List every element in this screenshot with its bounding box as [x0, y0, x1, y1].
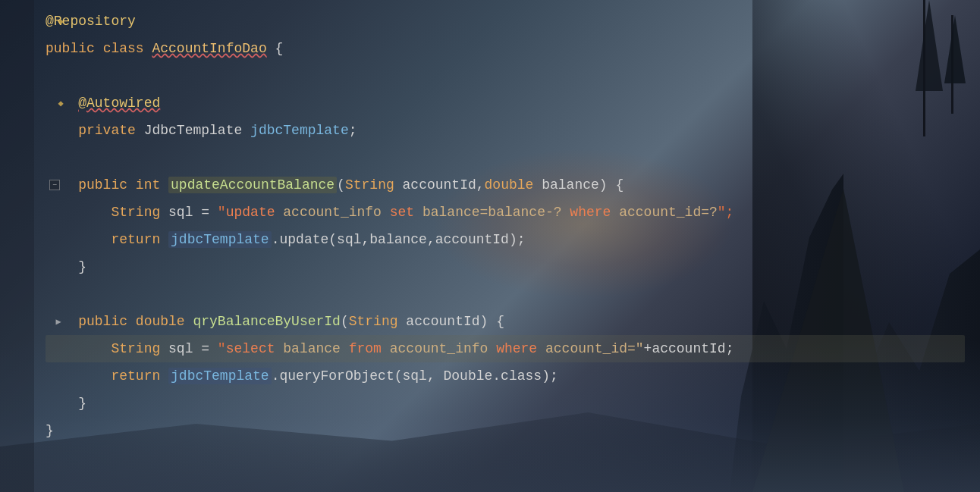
code-token: sql = — [160, 341, 218, 356]
code-editor: ◆@Repositorypublic class AccountInfoDao … — [0, 0, 980, 492]
gutter-annotation-icon: ◆ — [55, 15, 67, 27]
code-token — [127, 314, 136, 329]
code-token: set — [390, 205, 414, 220]
code-token — [160, 368, 168, 384]
code-token: double — [485, 177, 534, 193]
code-token — [160, 232, 168, 247]
code-token: return — [111, 368, 160, 384]
code-content: ◆@Repositorypublic class AccountInfoDao … — [0, 8, 980, 444]
code-line-7: − public int updateAccountBalance(String… — [46, 171, 965, 199]
code-line-9: return jdbcTemplate.update(sql,balance,a… — [46, 226, 965, 253]
code-token: account_id=" — [537, 341, 643, 356]
code-token: from — [349, 341, 382, 356]
code-token: updateAccountBalance — [168, 177, 337, 193]
code-line-1: ◆@Repository — [46, 8, 965, 35]
gutter-annotation-icon: ◆ — [55, 97, 67, 109]
code-line-12: ▶ public double qryBalanceByUserId(Strin… — [46, 308, 965, 335]
code-token: " — [218, 205, 226, 220]
code-token: balance) { — [533, 177, 623, 193]
fold-expand-icon[interactable]: ▶ — [53, 316, 64, 327]
code-token: jdbcTemplate — [168, 368, 272, 384]
code-line-6 — [46, 144, 965, 171]
code-line-15: } — [46, 390, 965, 417]
code-token: qryBalanceByUserId — [193, 314, 340, 329]
code-token — [46, 368, 111, 384]
code-line-2: public class AccountInfoDao { — [46, 35, 965, 62]
code-line-13: String sql = "select balance from accoun… — [46, 335, 965, 362]
code-token: select — [226, 341, 275, 356]
code-token: accountId, — [394, 177, 485, 193]
code-token: } — [46, 423, 54, 438]
code-token: String — [111, 341, 160, 356]
code-token: public — [78, 177, 127, 193]
code-token: account_info — [382, 341, 496, 356]
code-line-4: ◆ @Autowired — [46, 89, 965, 117]
code-token: double — [136, 314, 185, 329]
code-token — [46, 341, 111, 356]
code-token: balance=balance-? — [414, 205, 570, 220]
code-token: ( — [337, 177, 345, 193]
code-token — [185, 314, 193, 329]
code-token: account_info — [275, 205, 389, 220]
code-token: account_id=? — [611, 205, 717, 220]
code-token: class — [103, 41, 144, 56]
code-line-11 — [46, 280, 965, 308]
code-token — [46, 123, 78, 138]
code-line-16: } — [46, 417, 965, 444]
code-token — [95, 41, 103, 56]
code-line-10: } — [46, 253, 965, 280]
code-token: .queryForObject(sql, Double.class); — [272, 368, 558, 384]
code-line-14: return jdbcTemplate.queryForObject(sql, … — [46, 362, 965, 390]
code-token: "; — [718, 205, 734, 220]
code-token: public — [78, 314, 127, 329]
code-token: } — [46, 396, 86, 411]
code-token: jdbcTemplate — [250, 123, 349, 138]
code-token: balance — [275, 341, 348, 356]
code-token: int — [136, 177, 160, 193]
code-token: String — [349, 314, 398, 329]
code-token: public — [46, 41, 95, 56]
code-token: AccountInfoDao — [152, 41, 266, 56]
code-token: " — [218, 341, 226, 356]
code-token: accountId) { — [398, 314, 504, 329]
code-token: ; — [349, 123, 357, 138]
fold-collapse-icon[interactable]: − — [49, 180, 60, 190]
gutter — [0, 0, 34, 492]
code-token — [46, 232, 111, 247]
code-line-8: String sql = "update account_info set ba… — [46, 199, 965, 226]
code-token: JdbcTemplate — [136, 123, 250, 138]
code-token: return — [111, 232, 160, 247]
code-token: } — [46, 259, 86, 274]
code-line-5: private JdbcTemplate jdbcTemplate; — [46, 117, 965, 144]
code-token: +accountId; — [644, 341, 734, 356]
code-token: where — [570, 205, 611, 220]
code-token — [46, 205, 111, 220]
code-token — [127, 177, 136, 193]
code-token: jdbcTemplate — [168, 231, 272, 248]
code-token: String — [111, 205, 160, 220]
code-token: .update(sql,balance,accountId); — [272, 232, 526, 247]
code-token — [144, 41, 152, 56]
code-token: private — [78, 123, 136, 138]
code-token: where — [496, 341, 537, 356]
code-token: update — [226, 205, 275, 220]
code-token — [160, 177, 168, 193]
code-token: String — [345, 177, 394, 193]
code-token: ( — [341, 314, 349, 329]
code-token: @Autowired — [78, 96, 160, 111]
code-line-3 — [46, 62, 965, 89]
code-token: sql = — [160, 205, 218, 220]
code-token: { — [267, 41, 284, 56]
